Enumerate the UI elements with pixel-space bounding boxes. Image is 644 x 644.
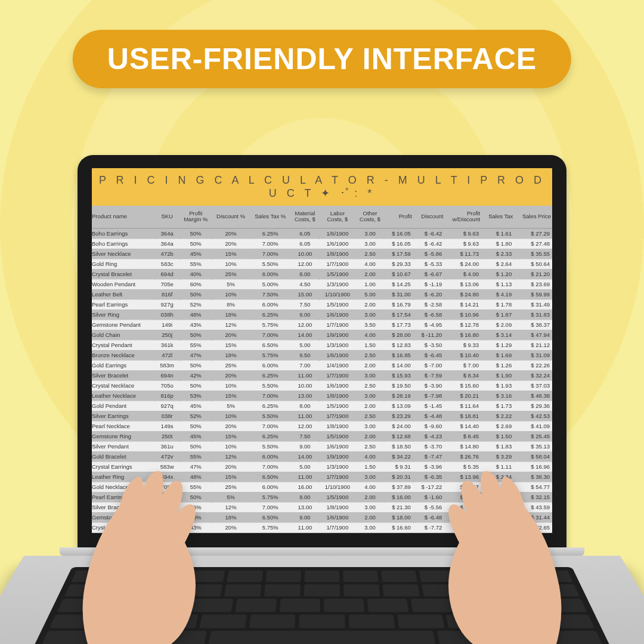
cell[interactable]: $ 43.59 [514, 502, 552, 512]
cell[interactable]: 25% [212, 482, 250, 492]
cell[interactable]: $ -5.56 [413, 502, 444, 512]
cell[interactable]: 816f [154, 289, 179, 299]
cell[interactable]: 1/8/1900 [319, 421, 356, 431]
table-row[interactable]: Pearl Earrings816z50%5%5.75%8.001/5/1900… [92, 492, 552, 502]
cell[interactable]: $ 2.33 [481, 249, 514, 259]
cell[interactable]: 6.25% [250, 401, 291, 411]
cell[interactable]: $ 2.85 [481, 502, 514, 512]
cell[interactable]: $ -6.67 [413, 269, 444, 279]
cell[interactable]: 6.25% [250, 309, 291, 320]
cell[interactable]: $ 23.29 [384, 411, 413, 421]
cell[interactable]: 14.00 [291, 330, 320, 340]
cell[interactable]: $ 13.96 [444, 472, 481, 482]
cell[interactable]: 6.50% [250, 472, 291, 482]
cell[interactable]: 13.00 [291, 502, 320, 512]
cell[interactable]: 9.00 [291, 441, 320, 451]
cell[interactable]: 4.00 [356, 451, 385, 462]
cell[interactable]: 3.00 [356, 370, 385, 380]
cell[interactable]: 1/6/1900 [319, 441, 356, 451]
cell[interactable]: $ 15.93 [384, 370, 413, 380]
cell[interactable]: $ -7.98 [413, 391, 444, 401]
cell[interactable]: 50% [179, 421, 212, 431]
cell[interactable]: 13.00 [291, 391, 320, 401]
cell[interactable]: $ 37.89 [384, 482, 413, 492]
cell[interactable]: 60% [179, 279, 212, 289]
cell[interactable]: $ -6.20 [413, 289, 444, 299]
cell[interactable]: $ 20.67 [444, 482, 481, 492]
cell[interactable]: 3.00 [356, 391, 385, 401]
cell[interactable]: $ -6.35 [413, 472, 444, 482]
cell[interactable]: 10% [212, 259, 250, 269]
table-row[interactable]: Silver Earrings038r52%10%5.50%11.001/7/1… [92, 411, 552, 421]
cell[interactable]: $ 17.59 [384, 249, 413, 259]
cell[interactable]: 4.50 [291, 279, 320, 289]
cell[interactable]: $ 1.20 [481, 269, 514, 279]
table-row[interactable]: Silver Bracelet694n42%20%6.25%11.001/7/1… [92, 370, 552, 380]
table-row[interactable]: Boho Earrings364a50%20%7.00%6.051/6/1900… [92, 239, 552, 249]
cell[interactable]: 20% [212, 239, 250, 249]
cell[interactable]: $ 18.00 [384, 512, 413, 522]
cell[interactable]: 15% [212, 431, 250, 441]
cell[interactable]: 472l [154, 350, 179, 360]
cell[interactable]: $ 5.35 [444, 462, 481, 472]
cell[interactable]: $ 3.10 [481, 482, 514, 492]
cell[interactable]: $ -1.45 [413, 401, 444, 411]
cell[interactable]: 816p [154, 391, 179, 401]
cell[interactable]: $ 1.80 [481, 522, 514, 532]
cell[interactable]: $ 34.22 [384, 451, 413, 462]
cell[interactable]: 18% [212, 309, 250, 320]
cell[interactable]: 6.05 [291, 239, 320, 249]
cell[interactable]: 1/7/1900 [319, 411, 356, 421]
cell[interactable]: $ 3.14 [481, 330, 514, 340]
cell[interactable]: $ 29.33 [384, 259, 413, 269]
cell[interactable]: $ 25.45 [514, 431, 552, 441]
cell[interactable]: $ 9.63 [444, 239, 481, 249]
cell[interactable]: 2.00 [356, 512, 385, 522]
table-row[interactable]: Crystal Necklace705o50%10%5.50%10.001/6/… [92, 380, 552, 391]
cell[interactable]: 50% [179, 228, 212, 239]
cell[interactable]: 038r [154, 411, 179, 421]
cell[interactable]: $ 18.50 [384, 441, 413, 451]
cell[interactable]: 55% [179, 451, 212, 462]
cell[interactable]: Pearl Earrings [92, 492, 154, 502]
cell[interactable]: $ 38.30 [514, 472, 552, 482]
cell[interactable]: 927aa [154, 502, 179, 512]
cell[interactable]: $ 26.76 [444, 451, 481, 462]
table-row[interactable]: Wooden Pendant705e60%5%5.00%4.501/3/1900… [92, 279, 552, 289]
cell[interactable]: 55% [179, 259, 212, 269]
cell[interactable]: 50% [179, 512, 212, 522]
cell[interactable]: 10% [212, 289, 250, 299]
cell[interactable]: 43% [179, 320, 212, 330]
cell[interactable]: $ -6.42 [413, 228, 444, 239]
cell[interactable]: $ 1.90 [481, 370, 514, 380]
cell[interactable]: Crystal Ring [92, 522, 154, 532]
cell[interactable]: $ 17.54 [384, 309, 413, 320]
cell[interactable]: 46% [179, 502, 212, 512]
cell[interactable]: $ 2.09 [481, 320, 514, 330]
table-row[interactable]: Gold Earrings583m50%25%6.00%7.001/4/1900… [92, 360, 552, 370]
cell[interactable]: 1/10/1900 [319, 482, 356, 492]
cell[interactable]: 694d [154, 269, 179, 279]
cell[interactable]: $ -1.60 [413, 492, 444, 502]
cell[interactable]: 2.50 [356, 411, 385, 421]
cell[interactable]: 5.50% [250, 441, 291, 451]
cell[interactable]: 15% [212, 391, 250, 401]
cell[interactable]: 15% [212, 472, 250, 482]
cell[interactable]: 3.00 [356, 502, 385, 512]
cell[interactable]: $ 10.67 [384, 269, 413, 279]
table-row[interactable]: Silver Ring038h48%18%6.25%9.001/6/19003.… [92, 309, 552, 320]
table-row[interactable]: Leather Ring694x48%15%6.50%11.001/7/1900… [92, 472, 552, 482]
cell[interactable]: 5.00 [356, 289, 385, 299]
table-row[interactable]: Pearl Necklace149s50%20%7.00%12.001/8/19… [92, 421, 552, 431]
cell[interactable]: $ 31.83 [514, 309, 552, 320]
cell[interactable]: 3.00 [356, 309, 385, 320]
cell[interactable]: 6.00% [250, 482, 291, 492]
cell[interactable]: 1/7/1900 [319, 320, 356, 330]
cell[interactable]: 11.00 [291, 411, 320, 421]
cell[interactable]: $ 21.30 [384, 502, 413, 512]
cell[interactable]: $ 27.48 [514, 239, 552, 249]
cell[interactable]: $ 20.21 [444, 391, 481, 401]
cell[interactable]: $ -7.47 [413, 451, 444, 462]
cell[interactable]: Gold Chain [92, 330, 154, 340]
cell[interactable]: 9.00 [291, 512, 320, 522]
